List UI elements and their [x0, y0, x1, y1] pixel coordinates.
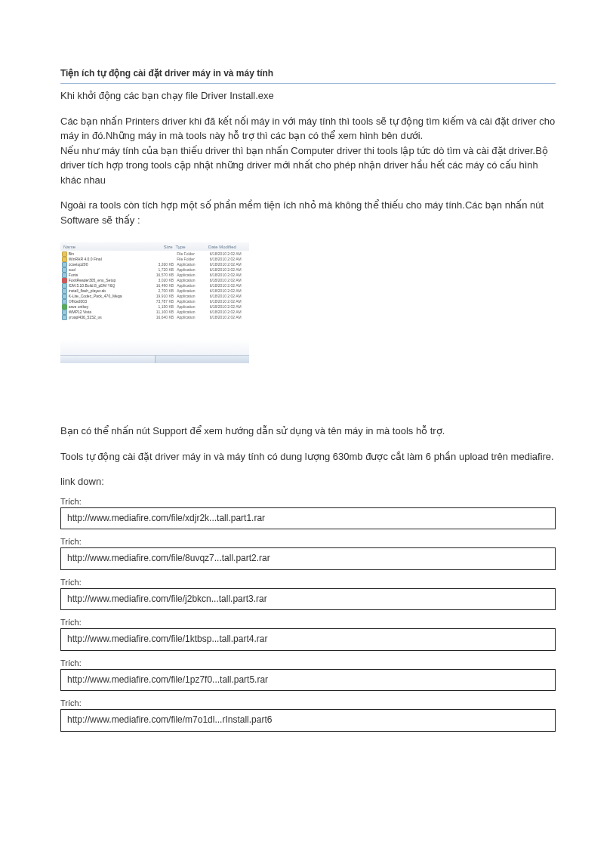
file-type: Application — [174, 304, 210, 310]
file-row: WMP12 Vista11,100 KBApplication6/18/2010… — [62, 310, 248, 315]
file-type: Application — [174, 278, 210, 283]
file-size: 11,100 KB — [144, 310, 174, 315]
col-header-date: Date Modified — [208, 245, 246, 249]
paragraph-3: Ngoài ra tools còn tích hợp một số phần … — [60, 198, 556, 227]
file-name: Office2003 — [69, 299, 145, 304]
file-icon — [62, 267, 67, 273]
file-icon — [62, 288, 67, 294]
quote-label: Trích: — [60, 537, 556, 546]
file-date: 6/18/2010 2:02 AM — [210, 257, 248, 262]
file-row: IDM.5.10.Build.8_pDM Y6Q16,490 KBApplica… — [62, 283, 248, 288]
file-name: ccsetup200 — [69, 262, 145, 267]
file-date: 6/18/2010 2:02 AM — [210, 283, 248, 288]
file-type: Application — [174, 288, 210, 294]
paragraph-4: Bạn có thể nhấn nút Support để xem hướng… — [60, 424, 556, 439]
file-icon — [62, 283, 67, 288]
file-type: Application — [174, 273, 210, 278]
file-name: Bin — [69, 251, 145, 257]
file-name: WMP12 Vista — [69, 310, 145, 315]
file-date: 6/18/2010 2:02 AM — [210, 288, 248, 294]
download-link[interactable]: http://www.mediafire.com/file/8uvqz7...t… — [67, 553, 270, 563]
file-type: Application — [174, 267, 210, 273]
file-type: Application — [174, 283, 210, 288]
file-row: WinRAR 4.0.0 FinalFile Folder6/18/2010 2… — [62, 257, 248, 262]
file-date: 6/18/2010 2:02 AM — [210, 310, 248, 315]
intro-text: Khi khởi động các bạn chạy file Driver I… — [60, 88, 556, 103]
file-date: 6/18/2010 2:02 AM — [210, 278, 248, 283]
download-link[interactable]: http://www.mediafire.com/file/xdjr2k...t… — [67, 513, 265, 523]
file-listing-body: BinFile Folder6/18/2010 2:02 AMWinRAR 4.… — [60, 251, 249, 321]
file-size: 1,720 KB — [144, 267, 174, 273]
file-date: 6/18/2010 2:02 AM — [210, 262, 248, 267]
file-name: install_flash_player.ab — [69, 288, 145, 294]
file-icon — [62, 299, 67, 304]
file-size: 2,700 KB — [144, 288, 174, 294]
quote-label: Trích: — [60, 658, 556, 668]
document-page: Tiện ích tự động cài đặt driver máy in v… — [0, 0, 616, 762]
file-icon — [62, 304, 67, 310]
file-size: 16,570 KB — [144, 273, 174, 278]
download-link[interactable]: http://www.mediafire.com/file/1ktbsp...t… — [67, 634, 267, 644]
file-size: 73,787 KB — [144, 299, 174, 304]
file-name: FoxitReader305_enu_Setup — [69, 278, 145, 283]
file-date: 6/18/2010 2:02 AM — [210, 267, 248, 273]
file-date: 6/18/2010 2:02 AM — [210, 315, 248, 320]
paragraph-5: Tools tự động cài đặt driver máy in và m… — [60, 449, 556, 464]
file-row: save unikey1,150 KBApplication6/18/2010 … — [62, 304, 248, 310]
quote-label: Trích: — [60, 578, 556, 587]
file-name: cool — [69, 267, 145, 273]
title-separator — [60, 83, 556, 84]
file-size: 16,490 KB — [144, 283, 174, 288]
file-listing-screenshot: Name Size Type Date Modified BinFile Fol… — [60, 242, 249, 363]
file-name: Fonts — [69, 273, 145, 278]
file-date: 6/18/2010 2:02 AM — [210, 304, 248, 310]
page-title: Tiện ích tự động cài đặt driver máy in v… — [60, 68, 556, 79]
file-row: cool1,720 KBApplication6/18/2010 2:02 AM — [62, 267, 248, 273]
file-type: File Folder — [174, 257, 210, 262]
download-link[interactable]: http://www.mediafire.com/file/m7o1dl...r… — [67, 714, 272, 725]
file-icon — [62, 257, 67, 262]
file-size: 16,640 KB — [144, 315, 174, 320]
file-name: save unikey — [69, 304, 145, 310]
quote-label: Trích: — [60, 618, 556, 627]
paragraph-2: Nếu như máy tính của bạn thiếu driver th… — [60, 143, 556, 188]
file-listing-header: Name Size Type Date Modified — [60, 242, 249, 251]
file-date: 6/18/2010 2:02 AM — [210, 273, 248, 278]
file-name: WinRAR 4.0.0 Final — [69, 257, 145, 262]
link-down-label: link down: — [60, 474, 556, 489]
download-link-box: http://www.mediafire.com/file/1ktbsp...t… — [60, 628, 556, 651]
file-size: 1,150 KB — [144, 304, 174, 310]
file-type: Application — [174, 294, 210, 299]
download-links-section: Trích:http://www.mediafire.com/file/xdjr… — [60, 497, 556, 732]
download-link-box: http://www.mediafire.com/file/xdjr2k...t… — [60, 507, 556, 530]
file-size: 3,020 KB — [144, 278, 174, 283]
file-type: Application — [174, 315, 210, 320]
file-listing-footer — [60, 355, 249, 363]
download-link-box: http://www.mediafire.com/file/1pz7f0...t… — [60, 669, 556, 692]
file-type: Application — [174, 299, 210, 304]
file-icon — [62, 310, 67, 315]
file-row: install_flash_player.ab2,700 KBApplicati… — [62, 288, 248, 294]
file-row: yroapl436_5152_us16,640 KBApplication6/1… — [62, 315, 248, 320]
quote-label: Trích: — [60, 497, 556, 506]
file-size: 19,910 KB — [144, 294, 174, 299]
quote-label: Trích: — [60, 698, 556, 708]
file-icon — [62, 273, 67, 278]
file-size: 3,260 KB — [144, 262, 174, 267]
col-header-type: Type — [173, 245, 208, 249]
file-row: Fonts16,570 KBApplication6/18/2010 2:02 … — [62, 273, 248, 278]
file-date: 6/18/2010 2:02 AM — [210, 251, 248, 257]
file-type: Application — [174, 262, 210, 267]
download-link[interactable]: http://www.mediafire.com/file/1pz7f0...t… — [67, 674, 268, 685]
file-icon — [62, 294, 67, 299]
file-row: ccsetup2003,260 KBApplication6/18/2010 2… — [62, 262, 248, 267]
file-type: File Folder — [174, 251, 210, 257]
file-name: IDM.5.10.Build.8_pDM Y6Q — [69, 283, 145, 288]
download-link[interactable]: http://www.mediafire.com/file/j2bkcn...t… — [67, 594, 267, 604]
col-header-size: Size — [143, 245, 173, 249]
download-link-box: http://www.mediafire.com/file/j2bkcn...t… — [60, 588, 556, 611]
download-link-box: http://www.mediafire.com/file/8uvqz7...t… — [60, 547, 556, 570]
file-row: Office200373,787 KBApplication6/18/2010 … — [62, 299, 248, 304]
file-name: K-Lite_Codec_Pack_470_Mega — [69, 294, 145, 299]
file-icon — [62, 278, 67, 283]
